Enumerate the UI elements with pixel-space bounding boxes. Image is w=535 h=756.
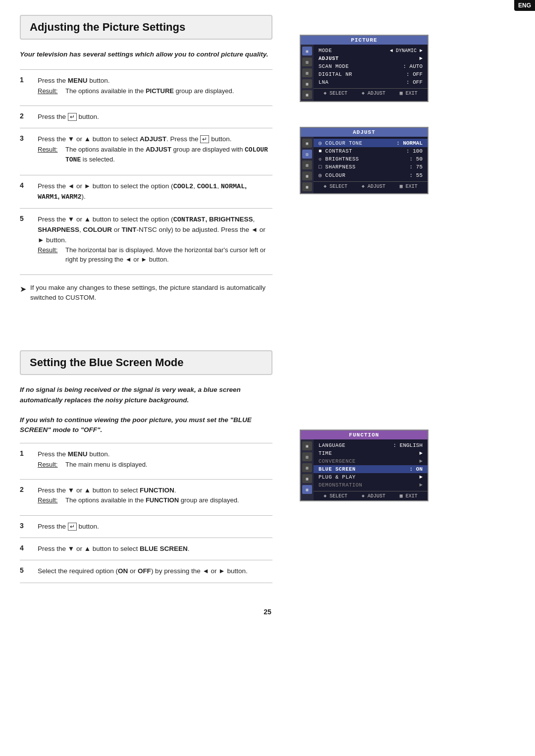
page-number: 25 bbox=[0, 603, 535, 621]
osd-picture-header: PICTURE bbox=[301, 36, 428, 45]
section2-step2-num: 2 bbox=[20, 480, 34, 516]
osd3-footer: ❖ SELECT ❖ ADJUST ▦ EXIT bbox=[314, 491, 428, 500]
s2-step1-result-label: Result: bbox=[38, 460, 61, 470]
osd-function-icon-sidebar: ▣ ▤ ▧ ▦ ▩ bbox=[301, 439, 314, 500]
step1-row: 1 Press the MENU button. Result: The opt… bbox=[20, 70, 272, 106]
step3-result-text: The options available in the ADJUST grou… bbox=[65, 145, 270, 165]
section2-step1-content: Press the MENU button. Result: The main … bbox=[34, 443, 272, 480]
osd2-row-brightness: ☼ BRIGHTNESS : 50 bbox=[314, 155, 428, 163]
osd-adjust-header: ADJUST bbox=[301, 128, 428, 137]
osd3-row-convergence: CONVERGENCE ► bbox=[314, 457, 428, 465]
osd-icon-1: ▣ bbox=[302, 47, 312, 55]
step3-result-label: Result: bbox=[38, 145, 61, 165]
section2-header: Setting the Blue Screen Mode bbox=[20, 350, 272, 375]
osd1-row-lna: LNA : OFF bbox=[314, 78, 428, 86]
osd2-exit: ▦ EXIT bbox=[400, 183, 418, 189]
step3-num: 3 bbox=[20, 128, 34, 175]
step5-content: Press the ▼ or ▲ button to select the op… bbox=[34, 209, 272, 275]
step2-content: Press the ↵ button. bbox=[34, 106, 272, 128]
osd-picture-box: PICTURE ▣ ▤ ▧ ▦ ▩ MODE ◄ bbox=[300, 35, 428, 102]
osd-icon-4: ▦ bbox=[302, 79, 312, 88]
step4-num: 4 bbox=[20, 175, 34, 209]
osd-icon-3: ▧ bbox=[302, 68, 312, 77]
osd2-row-contrast: ■ CONTRAST : 100 bbox=[314, 147, 428, 155]
step1-result-label: Result: bbox=[38, 86, 61, 96]
section2-title: Setting the Blue Screen Mode bbox=[30, 356, 263, 369]
step5-result-label: Result: bbox=[38, 245, 61, 265]
section2-step2-content: Press the ▼ or ▲ button to select FUNCTI… bbox=[34, 480, 272, 516]
osd-icon-5: ▩ bbox=[302, 90, 312, 99]
step2-num: 2 bbox=[20, 106, 34, 128]
osd-adjust-box: ADJUST ▣ ▤ ▧ ▦ ▩ ◎ COLOUR TONE : NORMA bbox=[300, 127, 428, 194]
osd3-select: ❖ SELECT bbox=[323, 493, 347, 499]
osd2-adjust: ❖ ADJUST bbox=[362, 183, 385, 189]
osd-icon-2: ▤ bbox=[302, 57, 312, 66]
step5-result-text: The horizontal bar is displayed. Move th… bbox=[65, 245, 270, 265]
section2-step1-num: 1 bbox=[20, 443, 34, 480]
section2-step4-num: 4 bbox=[20, 538, 34, 560]
step4-content: Press the ◄ or ► button to select the op… bbox=[34, 175, 272, 209]
section1-note: ➤ If you make any changes to these setti… bbox=[20, 283, 272, 303]
step3-content: Press the ▼ or ▲ button to select ADJUST… bbox=[34, 128, 272, 175]
osd1-select: ❖ SELECT bbox=[323, 90, 347, 96]
osd3-row-time: TIME ► bbox=[314, 449, 428, 457]
section2-step3-content: Press the ↵ button. bbox=[34, 515, 272, 538]
osd-function-header: FUNCTION bbox=[301, 431, 428, 439]
osd-picture-icon-sidebar: ▣ ▤ ▧ ▦ ▩ bbox=[301, 45, 314, 101]
osd3-icon-5: ▩ bbox=[302, 485, 312, 494]
step1-content: Press the MENU button. Result: The optio… bbox=[34, 70, 272, 106]
osd2-footer: ❖ SELECT ❖ ADJUST ▦ EXIT bbox=[314, 181, 428, 191]
osd2-select: ❖ SELECT bbox=[323, 183, 347, 189]
section2-step4-content: Press the ▼ or ▲ button to select BLUE S… bbox=[34, 538, 272, 560]
osd3-icon-3: ▧ bbox=[302, 463, 312, 472]
s2-step2-result-label: Result: bbox=[38, 495, 61, 505]
section2-step5-num: 5 bbox=[20, 560, 34, 583]
osd2-icon-2: ▤ bbox=[302, 150, 312, 159]
osd3-exit: ▦ EXIT bbox=[400, 493, 418, 499]
step5-row: 5 Press the ▼ or ▲ button to select the … bbox=[20, 209, 272, 275]
section2-steps: 1 Press the MENU button. Result: The mai… bbox=[20, 443, 272, 583]
step1-num: 1 bbox=[20, 70, 34, 106]
section1-intro: Your television has several settings whi… bbox=[20, 50, 272, 59]
osd1-row-mode: MODE ◄ DYNAMIC ► bbox=[314, 47, 428, 54]
osd2-icon-4: ▦ bbox=[302, 171, 312, 180]
eng-badge: ENG bbox=[514, 0, 535, 11]
section2-intro2: If you wish to continue viewing the poor… bbox=[20, 415, 272, 435]
section2-step3-num: 3 bbox=[20, 515, 34, 538]
section2-step3-row: 3 Press the ↵ button. bbox=[20, 515, 272, 538]
osd1-row-scanmode: SCAN MODE : AUTO bbox=[314, 62, 428, 70]
osd3-icon-4: ▦ bbox=[302, 474, 312, 483]
osd3-adjust: ❖ ADJUST bbox=[362, 493, 385, 499]
step2-row: 2 Press the ↵ button. bbox=[20, 106, 272, 128]
s2-step1-result-text: The main menu is displayed. bbox=[65, 460, 147, 470]
osd2-row-colour: ◎ COLOUR : 55 bbox=[314, 171, 428, 179]
osd3-row-plugplay: PLUG & PLAY ► bbox=[314, 473, 428, 481]
section2-step2-row: 2 Press the ▼ or ▲ button to select FUNC… bbox=[20, 480, 272, 516]
osd2-row-colourtone: ◎ COLOUR TONE : NORMAL bbox=[314, 139, 428, 147]
section2-intro1: If no signal is being received or the si… bbox=[20, 385, 272, 405]
section2-step5-row: 5 Select the required option (ON or OFF)… bbox=[20, 560, 272, 583]
osd2-icon-1: ▣ bbox=[302, 139, 312, 148]
osd1-row-digitalnr: DIGITAL NR : OFF bbox=[314, 70, 428, 78]
osd1-footer: ❖ SELECT ❖ ADJUST ▦ EXIT bbox=[314, 88, 428, 98]
section1-title: Adjusting the Picture Settings bbox=[30, 21, 263, 34]
section1-steps: 1 Press the MENU button. Result: The opt… bbox=[20, 69, 272, 275]
osd1-adjust: ❖ ADJUST bbox=[362, 90, 385, 96]
step1-result-text: The options available in the PICTURE gro… bbox=[65, 86, 234, 96]
section2-step5-content: Select the required option (ON or OFF) b… bbox=[34, 560, 272, 583]
step5-num: 5 bbox=[20, 209, 34, 275]
osd3-row-bluescreen: BLUE SCREEN : ON bbox=[314, 465, 428, 473]
osd1-row-adjust: ADJUST ► bbox=[314, 54, 428, 62]
section2-step4-row: 4 Press the ▼ or ▲ button to select BLUE… bbox=[20, 538, 272, 560]
osd2-row-sharpness: □ SHARPNESS : 75 bbox=[314, 163, 428, 171]
step3-row: 3 Press the ▼ or ▲ button to select ADJU… bbox=[20, 128, 272, 175]
osd2-icon-5: ▩ bbox=[302, 182, 312, 191]
note-icon: ➤ bbox=[20, 283, 26, 295]
section2-step1-row: 1 Press the MENU button. Result: The mai… bbox=[20, 443, 272, 480]
osd3-row-language: LANGUAGE : ENGLISH bbox=[314, 441, 428, 449]
step4-row: 4 Press the ◄ or ► button to select the … bbox=[20, 175, 272, 209]
osd2-icon-3: ▧ bbox=[302, 161, 312, 169]
osd3-row-demonstration: DEMONSTRATION ► bbox=[314, 481, 428, 489]
osd3-icon-1: ▣ bbox=[302, 441, 312, 450]
note-text: If you make any changes to these setting… bbox=[30, 283, 272, 303]
